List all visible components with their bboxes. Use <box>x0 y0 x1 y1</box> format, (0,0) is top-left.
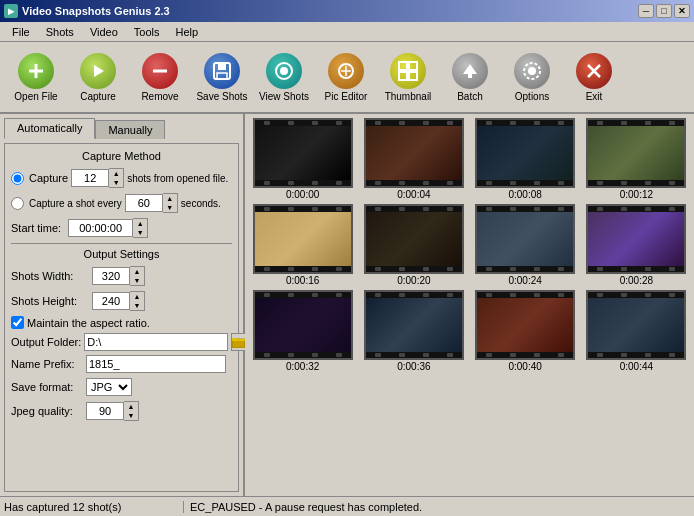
thumbnail-icon <box>390 53 426 89</box>
jpeg-quality-row: Jpeg quality: 90 ▲ ▼ <box>11 401 232 421</box>
aspect-ratio-row: Maintain the aspect ratio. <box>11 316 232 329</box>
menu-help[interactable]: Help <box>168 24 207 40</box>
save-shots-button[interactable]: Save Shots <box>192 46 252 108</box>
status-right: EC_PAUSED - A pause request has complete… <box>184 501 690 513</box>
svg-marker-16 <box>463 64 477 74</box>
batch-button[interactable]: Batch <box>440 46 500 108</box>
capture-option1-suffix: shots from opened file. <box>127 173 228 184</box>
status-left: Has captured 12 shot(s) <box>4 501 184 513</box>
options-label: Options <box>515 91 549 102</box>
list-item[interactable]: 0:00:44 <box>583 290 690 372</box>
jpeg-label: Jpeg quality: <box>11 405 83 417</box>
jpeg-input[interactable]: 90 <box>86 402 124 420</box>
list-item[interactable]: 0:00:04 <box>360 118 467 200</box>
view-shots-button[interactable]: View Shots <box>254 46 314 108</box>
folder-label: Output Folder: <box>11 336 81 348</box>
minimize-button[interactable]: ─ <box>638 4 654 18</box>
start-time-up[interactable]: ▲ <box>133 219 147 228</box>
exit-button[interactable]: Exit <box>564 46 624 108</box>
tabs: Automatically Manually <box>4 118 239 139</box>
height-spin: 240 ▲ ▼ <box>92 291 145 311</box>
pic-editor-button[interactable]: Pic Editor <box>316 46 376 108</box>
list-item[interactable]: 0:00:20 <box>360 204 467 286</box>
tab-automatically[interactable]: Automatically <box>4 118 95 139</box>
height-label: Shots Height: <box>11 295 89 307</box>
seconds-up[interactable]: ▲ <box>163 194 177 203</box>
menu-file[interactable]: File <box>4 24 38 40</box>
maximize-button[interactable]: □ <box>656 4 672 18</box>
menu-video[interactable]: Video <box>82 24 126 40</box>
close-button[interactable]: ✕ <box>674 4 690 18</box>
list-item[interactable]: 0:00:16 <box>249 204 356 286</box>
view-shots-label: View Shots <box>259 91 309 102</box>
aspect-ratio-label: Maintain the aspect ratio. <box>27 317 150 329</box>
list-item[interactable]: 0:00:28 <box>583 204 690 286</box>
width-input[interactable]: 320 <box>92 267 130 285</box>
main-area: Automatically Manually Capture Method Ca… <box>0 114 694 496</box>
jpeg-up[interactable]: ▲ <box>124 402 138 411</box>
seconds-down[interactable]: ▼ <box>163 203 177 212</box>
window-title: Video Snapshots Genius 2.3 <box>22 5 170 17</box>
remove-label: Remove <box>141 91 178 102</box>
height-down[interactable]: ▼ <box>130 301 144 310</box>
capture-method-label: Capture Method <box>11 150 232 162</box>
seconds-input[interactable]: 60 <box>125 194 163 212</box>
capture-icon <box>80 53 116 89</box>
jpeg-down[interactable]: ▼ <box>124 411 138 420</box>
capture-label: Capture <box>80 91 116 102</box>
start-time-input[interactable]: 00:00:00 <box>68 219 133 237</box>
start-time-down[interactable]: ▼ <box>133 228 147 237</box>
svg-rect-5 <box>218 63 226 70</box>
shots-count-input[interactable]: 12 <box>71 169 109 187</box>
thumbnails-grid: 0:00:00 0:00:04 0:00:08 <box>249 118 690 372</box>
output-folder-input[interactable]: D:\ <box>84 333 228 351</box>
list-item[interactable]: 0:00:00 <box>249 118 356 200</box>
open-file-label: Open File <box>14 91 57 102</box>
open-file-icon <box>18 53 54 89</box>
exit-label: Exit <box>586 91 603 102</box>
list-item[interactable]: 0:00:40 <box>472 290 579 372</box>
thumbnail-button[interactable]: Thumbnail <box>378 46 438 108</box>
menu-shots[interactable]: Shots <box>38 24 82 40</box>
capture-button[interactable]: Capture <box>68 46 128 108</box>
thumbnail-time-label: 0:00:28 <box>620 275 653 286</box>
width-down[interactable]: ▼ <box>130 276 144 285</box>
height-up[interactable]: ▲ <box>130 292 144 301</box>
output-folder-row: Output Folder: D:\ <box>11 333 232 351</box>
tab-manually[interactable]: Manually <box>95 120 165 139</box>
width-spin: 320 ▲ ▼ <box>92 266 145 286</box>
panel-content: Capture Method Capture 12 ▲ ▼ shots from… <box>4 143 239 492</box>
width-up[interactable]: ▲ <box>130 267 144 276</box>
shots-count-up[interactable]: ▲ <box>109 169 123 178</box>
thumbnail-time-label: 0:00:04 <box>397 189 430 200</box>
capture-every-row: Capture a shot every 60 ▲ ▼ seconds. <box>11 193 232 213</box>
list-item[interactable]: 0:00:24 <box>472 204 579 286</box>
capture-radio[interactable] <box>11 172 24 185</box>
menu-tools[interactable]: Tools <box>126 24 168 40</box>
list-item[interactable]: 0:00:36 <box>360 290 467 372</box>
svg-point-18 <box>528 67 536 75</box>
remove-button[interactable]: Remove <box>130 46 190 108</box>
view-shots-icon <box>266 53 302 89</box>
exit-icon <box>576 53 612 89</box>
prefix-input[interactable]: 1815_ <box>86 355 226 373</box>
options-button[interactable]: Options <box>502 46 562 108</box>
save-format-row: Save format: JPG BMP PNG <box>11 378 232 396</box>
start-time-row: Start time: 00:00:00 ▲ ▼ <box>11 218 232 238</box>
every-radio[interactable] <box>11 197 24 210</box>
aspect-ratio-checkbox[interactable] <box>11 316 24 329</box>
name-prefix-row: Name Prefix: 1815_ <box>11 355 232 373</box>
list-item[interactable]: 0:00:08 <box>472 118 579 200</box>
thumbnail-time-label: 0:00:36 <box>397 361 430 372</box>
height-input[interactable]: 240 <box>92 292 130 310</box>
thumbnail-time-label: 0:00:16 <box>286 275 319 286</box>
svg-rect-17 <box>468 74 472 78</box>
format-select[interactable]: JPG BMP PNG <box>86 378 132 396</box>
shots-count-down[interactable]: ▼ <box>109 178 123 187</box>
list-item[interactable]: 0:00:12 <box>583 118 690 200</box>
save-shots-label: Save Shots <box>196 91 247 102</box>
svg-rect-12 <box>399 62 407 70</box>
list-item[interactable]: 0:00:32 <box>249 290 356 372</box>
open-file-button[interactable]: Open File <box>6 46 66 108</box>
svg-rect-15 <box>409 72 417 80</box>
